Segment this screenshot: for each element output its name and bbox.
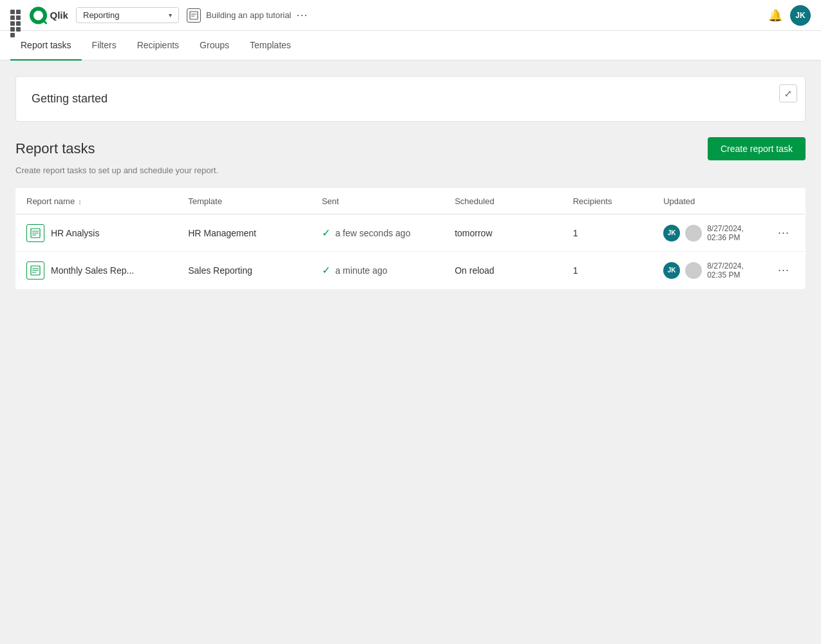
updated-date: 8/27/2024, 02:36 PM <box>707 224 752 242</box>
row-recipients: 1 <box>563 252 653 289</box>
row-actions-cell: ··· <box>762 214 806 252</box>
check-icon: ✓ <box>322 264 330 276</box>
col-header-actions <box>762 189 806 214</box>
row-template: HR Management <box>178 214 312 252</box>
row-sent-text: a few seconds ago <box>335 228 411 238</box>
report-icon <box>26 261 44 279</box>
section-subtitle: Create report tasks to set up and schedu… <box>15 166 806 175</box>
col-header-updated: Updated <box>653 189 762 214</box>
expand-icon[interactable]: ⤢ <box>779 84 797 102</box>
svg-text:Qlik: Qlik <box>50 10 69 21</box>
getting-started-title: Getting started <box>32 92 108 105</box>
row-name-cell: HR Analysis <box>16 214 178 252</box>
table-row: HR Analysis HR Management ✓ a few second… <box>16 214 806 252</box>
tutorial-bar: Building an app tutorial ··· <box>187 8 308 23</box>
row-scheduled: tomorrow <box>444 214 563 252</box>
row-report-name: Monthly Sales Rep... <box>51 265 134 276</box>
getting-started-card: Getting started ⤢ <box>15 76 806 122</box>
row-actions-cell: ··· <box>762 252 806 289</box>
check-icon: ✓ <box>322 227 330 239</box>
row-name-cell: Monthly Sales Rep... <box>16 252 178 289</box>
app-selector-label: Reporting <box>83 10 165 20</box>
row-updated: JK 8/27/2024, 02:36 PM <box>653 214 762 252</box>
avatar-secondary <box>685 262 702 279</box>
row-sent-text: a minute ago <box>335 265 388 276</box>
avatar: JK <box>663 225 680 242</box>
chevron-down-icon: ▾ <box>169 12 172 19</box>
qlik-logo: Qlik <box>30 6 68 24</box>
create-report-task-button[interactable]: Create report task <box>708 137 806 160</box>
updated-info: 8/27/2024, 02:36 PM <box>707 224 752 242</box>
row-recipients: 1 <box>563 214 653 252</box>
section-title: Report tasks <box>15 140 95 157</box>
topbar-right: 🔔 JK <box>768 5 811 26</box>
topbar: Qlik Reporting ▾ Building an app tutoria… <box>0 0 821 31</box>
section-header: Report tasks Create report task <box>15 137 806 160</box>
topbar-left: Qlik Reporting ▾ Building an app tutoria… <box>10 6 760 24</box>
tab-templates[interactable]: Templates <box>240 31 301 61</box>
col-header-template: Template <box>178 189 312 214</box>
col-header-recipients: Recipients <box>563 189 653 214</box>
row-sent: ✓ a minute ago <box>312 252 444 289</box>
main-content: Getting started ⤢ Report tasks Create re… <box>0 61 821 305</box>
updated-date: 8/27/2024, 02:35 PM <box>707 261 752 279</box>
app-selector[interactable]: Reporting ▾ <box>76 7 179 23</box>
table-row: Monthly Sales Rep... Sales Reporting ✓ a… <box>16 252 806 289</box>
row-template: Sales Reporting <box>178 252 312 289</box>
col-header-sent: Sent <box>312 189 444 214</box>
avatar-secondary <box>685 225 702 242</box>
avatar: JK <box>663 262 680 279</box>
row-sent: ✓ a few seconds ago <box>312 214 444 252</box>
tutorial-label: Building an app tutorial <box>206 10 291 20</box>
tab-filters[interactable]: Filters <box>82 31 127 61</box>
svg-rect-4 <box>190 12 198 19</box>
updated-info: 8/27/2024, 02:35 PM <box>707 261 752 279</box>
tab-navigation: Report tasks Filters Recipients Groups T… <box>0 31 821 61</box>
row-updated: JK 8/27/2024, 02:35 PM <box>653 252 762 289</box>
report-tasks-table: Report name ↕ Template Sent Scheduled Re… <box>15 188 806 289</box>
col-header-report-name: Report name ↕ <box>16 189 178 214</box>
sort-icon[interactable]: ↕ <box>78 198 82 205</box>
tutorial-icon <box>187 8 201 23</box>
col-header-scheduled: Scheduled <box>444 189 563 214</box>
grid-menu-icon[interactable] <box>10 10 22 21</box>
row-scheduled: On reload <box>444 252 563 289</box>
row-report-name: HR Analysis <box>51 228 99 238</box>
row-more-button[interactable]: ··· <box>773 261 795 279</box>
tutorial-more-icon[interactable]: ··· <box>296 8 308 22</box>
tab-report-tasks[interactable]: Report tasks <box>10 31 82 61</box>
notifications-icon[interactable]: 🔔 <box>768 8 782 23</box>
tab-recipients[interactable]: Recipients <box>127 31 189 61</box>
tab-groups[interactable]: Groups <box>189 31 240 61</box>
row-more-button[interactable]: ··· <box>773 223 795 242</box>
user-avatar[interactable]: JK <box>790 5 811 26</box>
report-icon <box>26 224 44 242</box>
